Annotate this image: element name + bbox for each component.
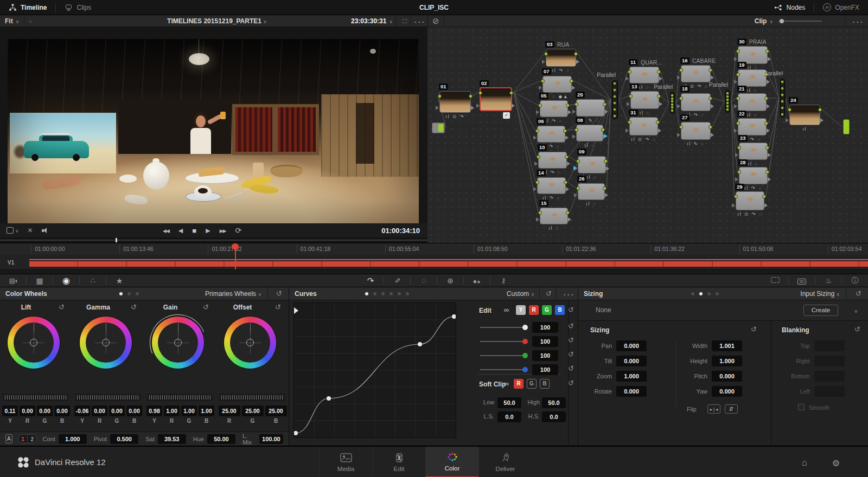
key-palette-icon[interactable] <box>490 276 516 285</box>
reset-row-icon[interactable] <box>568 322 574 330</box>
wheel-value[interactable]: 25.00 <box>219 405 240 416</box>
power-window-icon[interactable] <box>411 276 437 285</box>
field-value[interactable]: 0.000 <box>616 356 647 366</box>
noise-reduction-icon[interactable] <box>815 276 841 285</box>
graph-node-15[interactable]: 15ıl ◌ <box>540 208 568 224</box>
graph-node-14[interactable]: 14ıl ↷ ◌ <box>537 177 566 194</box>
wheel-value[interactable]: 0.00 <box>54 405 70 416</box>
soft-clip-field-value[interactable]: 0.0 <box>497 411 521 422</box>
input-port[interactable] <box>737 170 741 174</box>
graph-node-10[interactable]: 10ıl ↷ ◌ <box>538 152 567 169</box>
graph-node-22[interactable]: 22ıl ↷ ◌ <box>738 118 767 136</box>
master-wheel-strip[interactable] <box>3 394 69 401</box>
color-wheels-palette-icon[interactable] <box>53 275 79 286</box>
output-port[interactable] <box>564 181 567 184</box>
sizing-palette-icon[interactable] <box>27 276 53 285</box>
input-port[interactable] <box>679 96 683 100</box>
reset-curves-icon[interactable] <box>546 289 552 298</box>
step-back-button[interactable] <box>178 227 183 234</box>
output-port[interactable] <box>709 96 712 100</box>
output-port[interactable] <box>656 120 660 124</box>
input-port[interactable] <box>575 102 578 106</box>
channel-button-y[interactable]: Y <box>516 305 526 315</box>
graph-node-08[interactable]: 08ıl ◌ <box>576 125 603 141</box>
input-port[interactable] <box>736 96 740 100</box>
output-port[interactable] <box>566 104 570 107</box>
output-port[interactable] <box>509 91 513 95</box>
openfx-button[interactable]: fx OpenFX <box>814 0 868 15</box>
clip-strip[interactable] <box>29 261 868 267</box>
output-port[interactable] <box>709 68 712 72</box>
bypass-grades-icon[interactable] <box>432 16 439 26</box>
wheels-mode-dropdown[interactable]: Primaries Wheels <box>205 290 261 298</box>
channel-button-g[interactable]: G <box>542 305 552 315</box>
input-port[interactable] <box>737 146 741 150</box>
reset-row-icon[interactable] <box>568 336 574 344</box>
input-port[interactable] <box>478 91 482 95</box>
output-port[interactable] <box>603 102 607 106</box>
create-preset-button[interactable]: Create <box>803 305 838 316</box>
settings-gear-icon[interactable] <box>832 458 840 468</box>
wheel-value[interactable]: -0.06 <box>74 405 90 416</box>
chevron-down-icon[interactable] <box>854 307 858 314</box>
soft-clip-link-icon[interactable] <box>504 379 509 388</box>
blur-palette-icon[interactable] <box>464 277 490 285</box>
field-value[interactable]: 1.000 <box>616 371 647 382</box>
reset-sizing-icon[interactable] <box>856 289 861 298</box>
tab-edit[interactable]: Edit <box>372 447 425 477</box>
curves-options-menu[interactable] <box>564 290 573 298</box>
input-port[interactable] <box>736 49 740 53</box>
nodes-panel-button[interactable]: Nodes <box>765 0 814 15</box>
reset-blanking-icon[interactable] <box>854 325 860 333</box>
graph-node-24[interactable]: 24ıl <box>789 105 820 125</box>
graph-node-05[interactable]: 05ıl ↷ ◌ <box>540 100 568 117</box>
field-value[interactable]: 0.000 <box>616 386 647 397</box>
curve-slider-track[interactable] <box>480 327 527 328</box>
input-port[interactable] <box>535 129 539 133</box>
field-value[interactable]: 1.000 <box>59 434 87 444</box>
output-port[interactable] <box>469 94 473 98</box>
curves-mode-dropdown[interactable]: Custom <box>507 290 534 298</box>
reset-wheel-icon[interactable] <box>131 303 137 311</box>
input-port[interactable] <box>734 195 738 198</box>
output-port[interactable] <box>765 49 769 53</box>
flip-horizontal-button[interactable] <box>707 404 720 414</box>
wheel-value[interactable]: 0.00 <box>37 405 53 416</box>
input-port[interactable] <box>736 73 740 76</box>
tracker-icon[interactable] <box>437 276 463 285</box>
stop-button[interactable] <box>192 227 196 235</box>
graph-node-25[interactable]: 25ıl ✎ ◌ <box>576 99 605 117</box>
link-channels-icon[interactable] <box>504 306 509 314</box>
reset-wheels-icon[interactable] <box>276 289 282 298</box>
output-port[interactable] <box>764 96 768 100</box>
field-value[interactable] <box>814 386 845 397</box>
curve-top-marker[interactable] <box>294 307 298 314</box>
graph-node-28[interactable]: 28ıl ↷ ◌ <box>739 167 768 184</box>
input-port[interactable] <box>628 120 631 124</box>
input-port[interactable] <box>438 94 442 98</box>
graph-node-06[interactable]: 06ıl ↷ ◌ <box>537 126 565 143</box>
output-port[interactable] <box>604 159 608 163</box>
graph-node-19[interactable]: 19ıl ◌ <box>738 69 767 87</box>
color-wheel-ring[interactable] <box>224 317 276 369</box>
viewer-options-menu[interactable] <box>414 17 424 25</box>
input-port[interactable] <box>541 79 545 83</box>
wheel-value[interactable]: 0.11 <box>2 405 18 416</box>
page-dots[interactable] <box>691 292 719 295</box>
slider-knob[interactable] <box>780 19 784 23</box>
wheel-value[interactable]: 1.00 <box>164 405 180 416</box>
output-port[interactable] <box>603 186 607 190</box>
graph-node-in[interactable] <box>432 123 445 133</box>
input-port[interactable] <box>537 155 540 159</box>
input-port[interactable] <box>538 104 542 107</box>
graph-node-p1[interactable]: Parallel <box>612 80 618 119</box>
input-port[interactable] <box>736 121 740 125</box>
output-port[interactable] <box>565 155 569 159</box>
input-port[interactable] <box>576 159 580 163</box>
go-to-end-button[interactable] <box>220 227 226 234</box>
output-port[interactable] <box>601 128 605 132</box>
soft-clip-field-value[interactable]: 50.0 <box>497 397 521 408</box>
input-port[interactable] <box>628 70 631 74</box>
curve-slider-value[interactable]: 100 <box>532 350 558 361</box>
field-value[interactable]: 1.000 <box>712 356 742 366</box>
